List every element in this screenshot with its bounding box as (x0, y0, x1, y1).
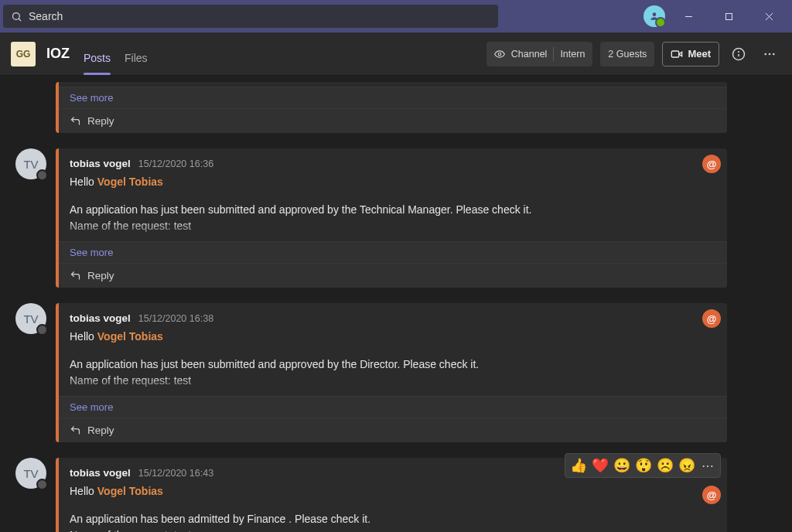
post-card: See more Reply (56, 82, 727, 133)
channel-intern: Intern (560, 49, 585, 60)
post-timestamp: 15/12/2020 16:36 (138, 157, 213, 172)
author-avatar[interactable]: TV (15, 458, 46, 489)
post-row: TV @ 👍 ❤️ 😀 😲 ☹️ 😠 ⋯ tobias vogel 15/12/… (15, 458, 727, 532)
mention-badge[interactable]: @ (702, 486, 721, 504)
svg-point-13 (764, 53, 766, 55)
maximize-icon (725, 12, 733, 21)
post-line: An application has just been submitted a… (70, 356, 715, 373)
video-icon (671, 48, 683, 60)
reaction-laugh[interactable]: 😀 (613, 457, 630, 474)
team-tile[interactable]: GG (11, 42, 36, 66)
reaction-more-button[interactable]: ⋯ (700, 459, 715, 473)
team-name: IOZ (46, 46, 70, 62)
info-button[interactable] (727, 43, 750, 66)
post-timestamp: 15/12/2020 16:38 (138, 312, 213, 326)
svg-rect-8 (672, 51, 679, 57)
post-line (70, 235, 715, 241)
post-row: TV @ tobias vogel 15/12/2020 16:36 Hello… (15, 148, 727, 288)
more-button[interactable] (758, 43, 781, 66)
reaction-angry[interactable]: 😠 (678, 457, 695, 474)
info-icon (732, 47, 746, 61)
titlebar: Search (0, 0, 792, 32)
author-avatar[interactable]: TV (15, 303, 46, 334)
svg-rect-4 (725, 13, 732, 19)
post-author[interactable]: tobias vogel (70, 466, 131, 482)
svg-point-2 (653, 12, 657, 16)
reply-label: Reply (87, 115, 114, 127)
reply-icon (70, 270, 81, 281)
post-author[interactable]: tobias vogel (70, 156, 131, 172)
reaction-bar: 👍 ❤️ 😀 😲 ☹️ 😠 ⋯ (565, 453, 721, 478)
current-user-avatar[interactable] (644, 5, 665, 27)
see-more-link[interactable]: See more (59, 241, 727, 263)
svg-point-14 (769, 53, 771, 55)
reaction-heart[interactable]: ❤️ (592, 457, 609, 474)
search-placeholder: Search (29, 10, 63, 22)
channel-label: Channel (511, 49, 548, 60)
tab-files[interactable]: Files (125, 52, 148, 75)
post-line: Name of the request: test (70, 218, 715, 235)
reply-button[interactable]: Reply (59, 108, 727, 133)
post-line: An application has just been submitted a… (70, 202, 715, 219)
reaction-surprised[interactable]: 😲 (635, 457, 652, 474)
meet-button[interactable]: Meet (662, 42, 719, 66)
user-mention[interactable]: Vogel Tobias (97, 176, 163, 188)
reply-icon (70, 425, 81, 436)
window-maximize-button[interactable] (712, 0, 746, 32)
post-card: @ tobias vogel 15/12/2020 16:36 Hello Vo… (56, 148, 727, 288)
greeting-text: Hello (70, 330, 94, 343)
minimize-icon (684, 12, 693, 21)
post-line: An application has been admitted by Fina… (70, 511, 715, 528)
meet-label: Meet (688, 48, 711, 60)
greeting-text: Hello (70, 176, 94, 188)
person-icon (649, 11, 660, 22)
channel-tabs: Posts Files (84, 32, 148, 75)
author-avatar[interactable]: TV (15, 148, 46, 179)
posts-feed: See more Reply TV @ tobias vogel 15/12/2… (0, 76, 792, 532)
guests-pill[interactable]: 2 Guests (600, 42, 654, 66)
search-icon (11, 11, 22, 22)
reply-label: Reply (87, 425, 114, 436)
see-more-link[interactable]: See more (59, 87, 727, 108)
eye-icon (494, 49, 505, 60)
post-line: Name of the request: test (70, 373, 715, 390)
user-mention[interactable]: Vogel Tobias (97, 485, 163, 497)
greeting-text: Hello (70, 485, 94, 497)
post-card: @ 👍 ❤️ 😀 😲 ☹️ 😠 ⋯ tobias vogel 15/12/202… (56, 458, 727, 532)
see-more-link[interactable]: See more (59, 396, 727, 418)
svg-point-15 (773, 53, 775, 55)
user-mention[interactable]: Vogel Tobias (97, 330, 163, 343)
reaction-like[interactable]: 👍 (570, 457, 587, 474)
channel-header: GG IOZ Posts Files Channel Intern 2 Gues… (0, 32, 792, 76)
svg-point-7 (498, 53, 501, 56)
search-input[interactable]: Search (3, 5, 498, 28)
post-line (70, 390, 715, 396)
reaction-sad[interactable]: ☹️ (657, 457, 674, 474)
tab-posts[interactable]: Posts (84, 52, 111, 75)
channel-info-pill[interactable]: Channel Intern (486, 42, 593, 66)
reply-label: Reply (87, 270, 114, 281)
more-icon (763, 47, 777, 61)
close-icon (765, 12, 773, 21)
post-row: TV @ tobias vogel 15/12/2020 16:38 Hello… (15, 303, 727, 442)
svg-point-12 (739, 51, 739, 52)
post-line: Name of the request: test (70, 527, 715, 532)
svg-line-1 (19, 19, 21, 21)
post-card: @ tobias vogel 15/12/2020 16:38 Hello Vo… (56, 303, 727, 442)
svg-point-0 (13, 12, 20, 19)
reply-button[interactable]: Reply (59, 418, 727, 442)
reply-icon (70, 115, 81, 127)
guests-count: 2 Guests (608, 49, 647, 60)
post-timestamp: 15/12/2020 16:43 (138, 466, 213, 481)
window-minimize-button[interactable] (671, 0, 705, 32)
window-close-button[interactable] (752, 0, 786, 32)
post-author[interactable]: tobias vogel (70, 311, 131, 327)
reply-button[interactable]: Reply (59, 263, 727, 288)
